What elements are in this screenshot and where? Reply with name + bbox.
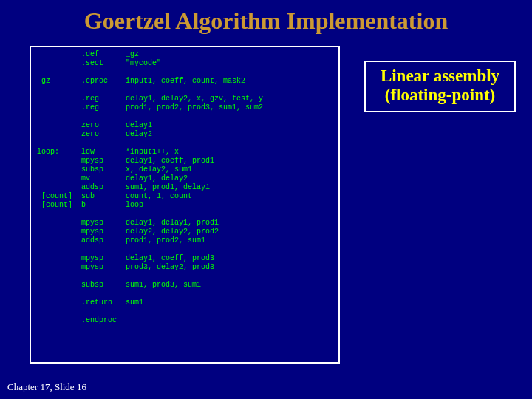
slide: Goertzel Algorithm Implementation .def _… — [0, 0, 532, 399]
callout-box: Linear assembly (floating-point) — [364, 61, 516, 112]
callout-line1: Linear assembly — [369, 66, 511, 86]
page-title: Goertzel Algorithm Implementation — [0, 0, 532, 41]
callout-line2: (floating-point) — [369, 86, 511, 105]
code-listing: .def _gz .sect "mycode" _gz .cproc input… — [30, 46, 340, 364]
slide-footer: Chapter 17, Slide 16 — [7, 381, 86, 393]
